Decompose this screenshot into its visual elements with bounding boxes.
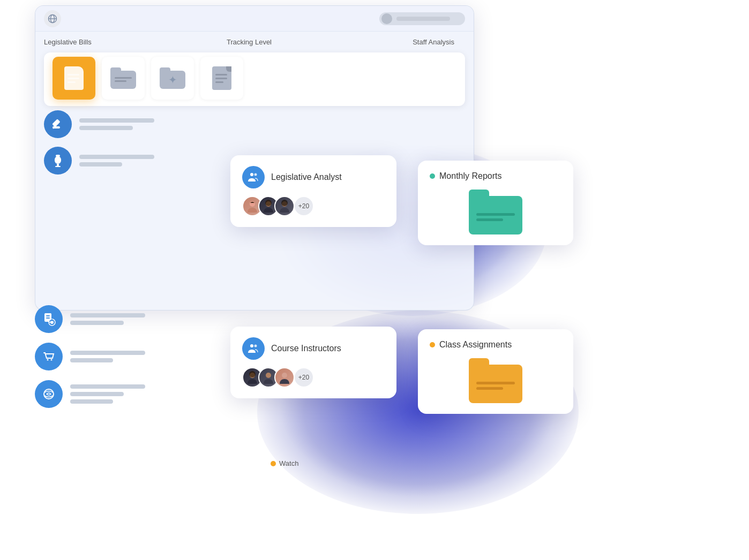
- monthly-reports-label: Monthly Reports: [430, 171, 561, 181]
- analyst-card-title: Legislative Analyst: [271, 172, 342, 182]
- bottom-sidebar: [35, 305, 145, 408]
- sidebar-row-gavel: [44, 110, 465, 138]
- instructor-people-icon: [242, 337, 265, 360]
- doc-icon: [212, 66, 231, 90]
- instructor-avatar-3: [274, 367, 295, 388]
- analyst-card-header: Legislative Analyst: [242, 166, 385, 188]
- svg-point-20: [250, 173, 253, 176]
- svg-rect-15: [51, 319, 53, 321]
- scene: Legislative Bills Tracking Level Staff A…: [0, 0, 749, 560]
- instructor-card-title: Course Instructors: [271, 344, 341, 353]
- row-line-9: [70, 384, 145, 389]
- row-line-1: [79, 118, 154, 123]
- monthly-dot: [430, 173, 435, 179]
- svg-rect-7: [55, 156, 61, 164]
- assignments-card: Class Assignments: [418, 329, 573, 414]
- assignments-folder-icon: [469, 358, 522, 403]
- svg-point-28: [254, 345, 257, 347]
- sparkle-folder-icon: ✦: [160, 67, 185, 89]
- monthly-reports-card: Monthly Reports: [418, 161, 573, 245]
- col-header-staff: Staff Analysis: [318, 38, 465, 46]
- folder-icon-1: [110, 67, 136, 89]
- watch-text: Watch: [279, 459, 298, 467]
- row-line-5: [70, 313, 145, 317]
- search-text-bar: [396, 17, 450, 21]
- active-doc-card[interactable]: [53, 57, 95, 100]
- window-titlebar: [35, 6, 474, 32]
- row-line-7: [70, 351, 145, 355]
- row-line-2: [79, 126, 133, 130]
- icon-cards-row: ✦: [44, 52, 465, 106]
- speaker-icon[interactable]: [44, 147, 72, 175]
- gavel-row-lines: [79, 118, 154, 130]
- analyst-avatar-3: [274, 196, 295, 216]
- instructor-avatars-row: +20: [242, 367, 385, 388]
- doc-card[interactable]: [200, 57, 243, 100]
- col-header-tracking: Tracking Level: [181, 38, 317, 46]
- assignments-label: Class Assignments: [430, 340, 561, 350]
- instructor-avatar-count: +20: [294, 367, 314, 388]
- row-line-11: [70, 399, 113, 404]
- sidebar-row-cart: [35, 343, 145, 370]
- svg-point-31: [266, 373, 271, 378]
- report-icon[interactable]: [35, 305, 63, 333]
- cart-row-lines: [70, 351, 145, 362]
- gavel-icon[interactable]: [44, 110, 72, 138]
- folder-card-1[interactable]: [102, 57, 145, 100]
- monthly-folder-icon: [469, 190, 522, 234]
- assignments-dot: [430, 342, 435, 347]
- svg-point-17: [47, 359, 49, 361]
- svg-rect-8: [57, 164, 59, 166]
- svg-point-27: [250, 344, 253, 347]
- analyst-card: Legislative Analyst: [230, 155, 396, 227]
- svg-point-19: [44, 389, 54, 399]
- svg-point-26: [281, 200, 288, 206]
- svg-point-18: [51, 359, 53, 361]
- window-columns: Legislative Bills Tracking Level Staff A…: [35, 32, 474, 52]
- svg-rect-9: [55, 166, 61, 167]
- analyst-avatar-count: +20: [294, 196, 314, 216]
- speaker-row-lines: [79, 155, 154, 167]
- svg-point-21: [254, 173, 257, 176]
- col-header-legislative: Legislative Bills: [44, 38, 181, 46]
- row-line-8: [70, 358, 113, 362]
- money-icon[interactable]: [35, 380, 63, 408]
- watch-dot: [271, 461, 276, 466]
- svg-point-32: [282, 373, 287, 378]
- window-search-bar[interactable]: [379, 12, 465, 25]
- svg-point-30: [249, 371, 256, 377]
- sidebar-row-report: [35, 305, 145, 333]
- search-avatar: [381, 13, 392, 24]
- doc-white-icon: [64, 66, 84, 90]
- svg-rect-11: [46, 315, 50, 316]
- cart-icon[interactable]: [35, 343, 63, 370]
- instructor-card: Course Instructors: [230, 327, 396, 398]
- row-line-10: [70, 392, 124, 396]
- report-row-lines: [70, 313, 145, 325]
- sparkle-symbol: ✦: [168, 73, 177, 86]
- instructor-card-header: Course Instructors: [242, 337, 385, 360]
- row-line-6: [70, 321, 124, 325]
- watch-label: Watch: [271, 459, 298, 467]
- row-line-3: [79, 155, 154, 159]
- svg-point-24: [265, 200, 272, 206]
- analyst-people-icon: [242, 166, 265, 188]
- assignments-title: Class Assignments: [439, 340, 512, 350]
- globe-icon: [44, 10, 61, 27]
- svg-rect-12: [46, 317, 50, 319]
- sidebar-row-money: [35, 380, 145, 408]
- money-row-lines: [70, 384, 145, 404]
- sparkle-folder-card[interactable]: ✦: [151, 57, 194, 100]
- row-line-4: [79, 162, 122, 167]
- monthly-reports-title: Monthly Reports: [439, 171, 502, 181]
- analyst-avatars-row: +20: [242, 196, 385, 216]
